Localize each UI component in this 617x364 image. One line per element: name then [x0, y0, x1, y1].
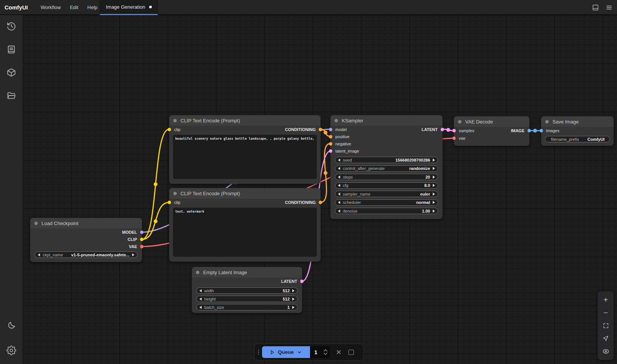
widget-control-after-generate[interactable]: control_after_generate randomize — [335, 165, 438, 172]
widget-cfg[interactable]: cfg 8.0 — [335, 182, 438, 189]
increment-arrow-icon[interactable] — [292, 306, 295, 309]
increment-arrow-icon[interactable] — [433, 184, 435, 187]
toggle-link-visibility-icon[interactable] — [600, 345, 611, 357]
node-clip-text-encode-negative[interactable]: CLIP Text Encode (Prompt) clip CONDITION… — [169, 188, 321, 262]
decrement-arrow-icon[interactable] — [338, 193, 340, 196]
batch-count-input[interactable]: 1 — [310, 346, 330, 358]
clear-queue-icon[interactable]: ✕ — [336, 349, 342, 356]
slot-dot-latent[interactable] — [300, 279, 304, 283]
increment-arrow-icon[interactable] — [433, 167, 435, 170]
node-title-bar[interactable]: KSampler — [330, 115, 443, 126]
collapse-dot-icon[interactable] — [173, 119, 177, 122]
node-ksampler[interactable]: KSampler model LATENT positive negative … — [330, 115, 443, 219]
widget-scheduler[interactable]: scheduler normal — [335, 199, 438, 206]
increment-arrow-icon[interactable] — [132, 253, 134, 256]
drag-handle[interactable] — [258, 350, 259, 355]
node-title-bar[interactable]: Empty Latent Image — [192, 267, 302, 278]
slot-dot-latent-image[interactable] — [329, 149, 332, 153]
decrement-arrow-icon[interactable] — [38, 253, 40, 256]
slot-dot-positive[interactable] — [329, 135, 332, 138]
queue-log-icon[interactable] — [3, 41, 20, 58]
slot-dot-vae-input[interactable] — [452, 137, 456, 140]
node-library-icon[interactable] — [3, 64, 20, 81]
chevron-down-icon[interactable] — [297, 350, 302, 355]
collapse-dot-icon[interactable] — [34, 222, 38, 225]
settings-gear-icon[interactable] — [3, 342, 20, 359]
increment-arrow-icon[interactable] — [433, 201, 435, 204]
decrement-arrow-icon[interactable] — [338, 210, 340, 213]
unsaved-dot-icon[interactable] — [149, 6, 152, 8]
prompt-textarea[interactable]: beautiful scenery nature glass bottle la… — [173, 135, 317, 179]
zoom-out-icon[interactable]: − — [600, 307, 611, 319]
decrement-arrow-icon[interactable] — [338, 167, 340, 170]
widget-seed[interactable]: seed 156680208700286 — [335, 157, 438, 163]
decrement-arrow-icon[interactable] — [338, 159, 340, 162]
widget-denoise[interactable]: denoise 1.00 — [335, 208, 438, 214]
stepper-up-icon[interactable] — [324, 349, 327, 352]
widget-filename-prefix[interactable]: filename_prefix ComfyUI — [545, 136, 610, 142]
widget-height[interactable]: height 512 — [196, 296, 298, 302]
theme-toggle-icon[interactable] — [3, 317, 20, 334]
collapse-dot-icon[interactable] — [458, 120, 461, 123]
stepper-down-icon[interactable] — [324, 353, 327, 355]
increment-arrow-icon[interactable] — [433, 210, 435, 213]
collapse-dot-icon[interactable] — [173, 192, 177, 195]
increment-arrow-icon[interactable] — [433, 193, 435, 196]
slot-dot-clip-input[interactable] — [168, 128, 171, 131]
slot-dot-samples[interactable] — [452, 129, 456, 133]
collapse-dot-icon[interactable] — [335, 119, 338, 122]
increment-arrow-icon[interactable] — [292, 289, 295, 292]
slot-dot-image[interactable] — [528, 129, 531, 133]
node-title-bar[interactable]: CLIP Text Encode (Prompt) — [169, 115, 321, 126]
node-clip-text-encode-positive[interactable]: CLIP Text Encode (Prompt) clip CONDITION… — [169, 115, 321, 184]
increment-arrow-icon[interactable] — [433, 176, 435, 179]
bottom-panel-icon[interactable] — [591, 3, 600, 12]
increment-arrow-icon[interactable] — [433, 159, 435, 162]
menu-workflow[interactable]: Workflow — [36, 5, 65, 10]
slot-dot-conditioning[interactable] — [319, 201, 322, 204]
node-title-bar[interactable]: VAE Decode — [454, 116, 529, 127]
increment-arrow-icon[interactable] — [292, 298, 295, 301]
node-title-bar[interactable]: Save Image — [541, 116, 614, 127]
slot-dot-clip[interactable] — [140, 238, 143, 241]
slot-dot-clip-input[interactable] — [168, 201, 171, 204]
menu-edit[interactable]: Edit — [65, 5, 83, 10]
pan-mode-icon[interactable] — [600, 333, 611, 344]
slot-dot-conditioning[interactable] — [319, 128, 322, 131]
node-title-bar[interactable]: CLIP Text Encode (Prompt) — [169, 188, 321, 199]
widget-batch-size[interactable]: batch_size 1 — [196, 304, 298, 310]
tab-image-generation[interactable]: Image Generation — [100, 0, 158, 15]
slot-dot-model[interactable] — [140, 230, 143, 234]
decrement-arrow-icon[interactable] — [338, 176, 340, 179]
decrement-arrow-icon[interactable] — [199, 289, 202, 292]
widget-width[interactable]: width 512 — [196, 287, 298, 294]
queue-button[interactable]: Queue — [262, 346, 310, 358]
node-save-image[interactable]: Save Image images filename_prefix ComfyU… — [541, 116, 614, 146]
decrement-arrow-icon[interactable] — [199, 306, 202, 309]
node-title-bar[interactable]: Load Checkpoint — [30, 218, 142, 228]
stop-icon[interactable] — [349, 350, 354, 355]
slot-dot-images[interactable] — [540, 129, 543, 133]
slot-dot-negative[interactable] — [329, 142, 332, 145]
collapse-dot-icon[interactable] — [545, 120, 549, 123]
slot-dot-latent-output[interactable] — [441, 128, 444, 131]
node-vae-decode[interactable]: VAE Decode samples IMAGE vae — [454, 116, 529, 146]
menu-icon[interactable] — [605, 3, 613, 12]
node-load-checkpoint[interactable]: Load Checkpoint MODEL CLIP VAE ckpt_name… — [30, 218, 142, 262]
zoom-in-icon[interactable]: + — [600, 295, 611, 306]
widget-ckpt-name[interactable]: ckpt_name v1-5-pruned-emaonly.safete... — [35, 251, 137, 258]
widget-sampler-name[interactable]: sampler_name euler — [335, 191, 438, 197]
widget-steps[interactable]: steps 20 — [335, 174, 438, 180]
collapse-dot-icon[interactable] — [196, 271, 199, 274]
menu-help[interactable]: Help — [83, 5, 102, 10]
prompt-textarea[interactable]: text, watermark — [173, 208, 317, 257]
slot-dot-model-input[interactable] — [329, 128, 332, 131]
node-empty-latent-image[interactable]: Empty Latent Image LATENT width 512 heig… — [192, 267, 302, 313]
decrement-arrow-icon[interactable] — [199, 298, 202, 301]
workflows-folder-icon[interactable] — [3, 87, 20, 104]
slot-dot-vae[interactable] — [140, 245, 143, 248]
decrement-arrow-icon[interactable] — [338, 201, 340, 204]
workflow-history-icon[interactable] — [3, 18, 20, 35]
decrement-arrow-icon[interactable] — [338, 184, 340, 187]
fit-view-icon[interactable] — [600, 320, 611, 331]
